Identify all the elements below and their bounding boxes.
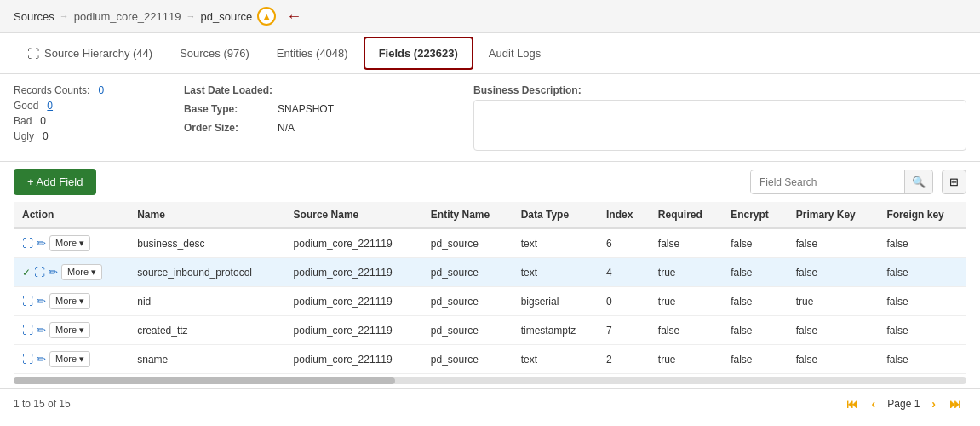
check-icon: ✓ [22,267,31,279]
table-row: ⛶ ✏ More ▾ created_ttzpodium_core_221119… [14,316,966,345]
base-type-label: Base Type: [184,103,269,115]
tab-entities[interactable]: Entities (4048) [263,38,362,68]
cell-name: created_ttz [129,316,284,345]
cell-datatype: text [513,345,598,374]
horizontal-scrollbar[interactable] [14,377,966,384]
cell-source: podium_core_221119 [285,345,422,374]
info-mid-col: Last Date Loaded: Base Type: SNAPSHOT Or… [184,84,439,134]
col-encrypt: Encrypt [722,202,788,228]
cell-foreign: false [878,345,966,374]
tab-source-hierarchy-label: Source Hierarchy (44) [44,47,152,60]
ugly-label: Ugly [14,130,34,142]
share-icon[interactable]: ⛶ [22,324,33,337]
records-counts-value[interactable]: 0 [98,84,104,96]
col-name: Name [129,202,284,228]
search-button[interactable]: 🔍 [904,170,932,193]
edit-icon[interactable]: ✏ [37,295,46,308]
cell-primary: false [788,345,879,374]
first-page-button[interactable]: ⏮ [841,394,863,414]
table-container: Action Name Source Name Entity Name Data… [0,202,980,374]
edit-icon[interactable]: ✏ [49,266,58,279]
bad-label: Bad [14,115,32,127]
share-icon[interactable]: ⛶ [22,237,33,250]
cell-name: nid [129,287,284,316]
next-page-button[interactable]: › [926,394,941,414]
col-primary-key: Primary Key [788,202,879,228]
pagination-info: 1 to 15 of 15 [14,398,71,410]
table-row: ⛶ ✏ More ▾ business_descpodium_core_2211… [14,228,966,258]
cell-entity: pd_source [422,316,513,345]
base-type-row: Base Type: SNAPSHOT [184,103,439,115]
hierarchy-icon: ⛶ [27,47,39,60]
search-area: 🔍 ⊞ [750,170,966,194]
tab-audit-logs[interactable]: Audit Logs [475,38,554,68]
breadcrumb-sources[interactable]: Sources [14,10,54,23]
order-size-row: Order Size: N/A [184,122,439,134]
col-entity-name: Entity Name [422,202,513,228]
cell-foreign: false [878,258,966,287]
share-icon[interactable]: ⛶ [34,266,45,279]
cell-primary: true [788,287,879,316]
pagination-controls: ⏮ ‹ Page 1 › ⏭ [841,394,966,414]
pagination: 1 to 15 of 15 ⏮ ‹ Page 1 › ⏭ [0,388,980,419]
cell-foreign: false [878,228,966,258]
more-button[interactable]: More ▾ [49,351,90,367]
edit-icon[interactable]: ✏ [37,324,46,337]
cell-datatype: timestamptz [513,316,598,345]
share-icon[interactable]: ⛶ [22,295,33,308]
breadcrumb-podium[interactable]: podium_core_221119 [74,10,181,23]
good-label: Good [14,100,38,112]
red-arrow-indicator: ← [286,8,301,26]
toolbar: + Add Field 🔍 ⊞ [0,162,980,202]
cell-source: podium_core_221119 [285,316,422,345]
prev-page-button[interactable]: ‹ [867,394,881,414]
cell-foreign: false [878,287,966,316]
share-icon[interactable]: ⛶ [22,353,33,366]
grid-view-button[interactable]: ⊞ [942,170,966,194]
ugly-row: Ugly 0 [14,130,150,142]
action-cell: ⛶ ✏ More ▾ [14,287,129,316]
info-section: Records Counts: 0 Good 0 Bad 0 Ugly 0 La… [0,74,980,162]
table-row: ✓ ⛶ ✏ More ▾ source_inbound_protocolpodi… [14,258,966,287]
more-button[interactable]: More ▾ [61,264,102,280]
search-input[interactable] [751,171,904,193]
cell-encrypt: false [722,258,788,287]
scrollbar-thumb[interactable] [14,377,395,384]
more-button[interactable]: More ▾ [49,235,90,251]
tab-sources-label: Sources (976) [180,47,249,60]
cell-source: podium_core_221119 [285,258,422,287]
cell-entity: pd_source [422,287,513,316]
fields-table: Action Name Source Name Entity Name Data… [14,202,966,374]
cell-index: 7 [598,316,650,345]
cell-source: podium_core_221119 [285,287,422,316]
tab-source-hierarchy[interactable]: ⛶ Source Hierarchy (44) [14,38,166,69]
cell-entity: pd_source [422,258,513,287]
business-desc-box[interactable] [473,100,966,151]
records-counts-row: Records Counts: 0 [14,84,150,96]
col-index: Index [598,202,650,228]
base-type-value: SNAPSHOT [278,103,334,115]
cell-required: true [650,287,722,316]
action-cell: ⛶ ✏ More ▾ [14,345,129,374]
tab-fields[interactable]: Fields (223623) [364,37,473,70]
breadcrumb-pdsource[interactable]: pd_source [200,10,252,23]
tab-fields-label: Fields (223623) [379,47,458,60]
tab-sources[interactable]: Sources (976) [166,38,263,68]
breadcrumb-arrow2: → [186,11,195,21]
more-button[interactable]: More ▾ [49,293,90,309]
business-desc-label: Business Description: [473,84,966,96]
tab-entities-label: Entities (4048) [277,47,348,60]
cell-name: sname [129,345,284,374]
add-field-button[interactable]: + Add Field [14,169,96,195]
edit-icon[interactable]: ✏ [37,353,46,366]
up-arrow-button[interactable]: ▲ [257,7,276,26]
edit-icon[interactable]: ✏ [37,237,46,250]
action-cell: ⛶ ✏ More ▾ [14,228,129,258]
last-page-button[interactable]: ⏭ [944,394,966,414]
good-value[interactable]: 0 [47,100,53,112]
cell-name: source_inbound_protocol [129,258,284,287]
cell-primary: false [788,316,879,345]
cell-index: 4 [598,258,650,287]
more-button[interactable]: More ▾ [49,322,90,338]
breadcrumb-arrow1: → [60,11,69,21]
